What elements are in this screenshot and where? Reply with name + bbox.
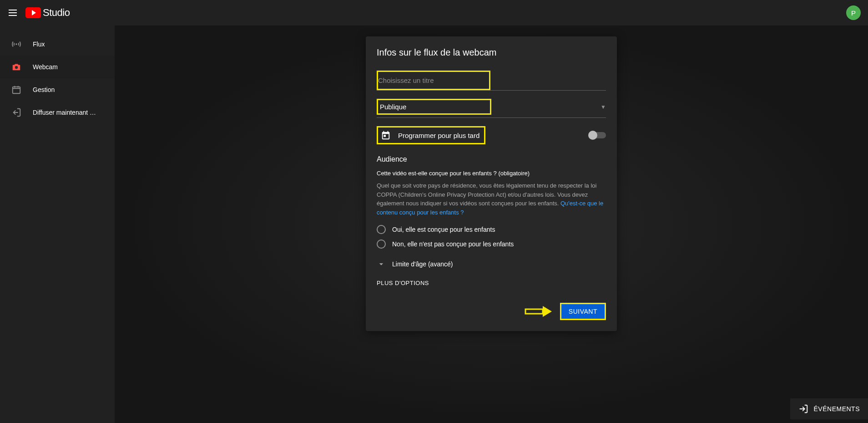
svg-point-0	[15, 43, 17, 45]
account-avatar[interactable]: P	[846, 5, 861, 20]
radio-label: Oui, elle est conçue pour les enfants	[392, 226, 495, 233]
events-icon	[798, 404, 808, 414]
audience-description: Quel que soit votre pays de résidence, v…	[377, 181, 606, 217]
svg-rect-4	[525, 309, 543, 314]
modal-title: Infos sur le flux de la webcam	[377, 47, 606, 58]
sidebar-item-label: Diffuser maintenant …	[33, 109, 96, 116]
audience-heading: Audience	[377, 155, 606, 163]
exit-icon	[11, 107, 22, 118]
arrow-annotation	[525, 305, 553, 318]
highlight-schedule: Programmer pour plus tard	[377, 126, 485, 144]
schedule-label: Programmer pour plus tard	[398, 132, 479, 139]
sidebar-item-label: Flux	[33, 41, 45, 48]
audience-question: Cette vidéo est-elle conçue pour les enf…	[377, 170, 606, 177]
visibility-value: Publique	[378, 101, 488, 112]
radio-yes-kids[interactable]: Oui, elle est conçue pour les enfants	[377, 225, 606, 234]
avatar-initial: P	[851, 9, 856, 17]
svg-rect-2	[13, 87, 20, 94]
chevron-down-icon	[377, 260, 386, 269]
header-left: Studio	[7, 7, 70, 19]
svg-point-1	[15, 66, 18, 69]
youtube-play-icon	[25, 7, 41, 18]
broadcast-icon	[11, 39, 22, 50]
sidebar-nav: Flux Webcam Gestion Diffuser maintenant …	[0, 25, 115, 423]
svg-rect-3	[384, 135, 386, 137]
modal-footer: SUIVANT	[377, 303, 606, 320]
next-button[interactable]: SUIVANT	[561, 304, 605, 319]
events-label: ÉVÉNEMENTS	[814, 405, 860, 413]
sidebar-item-label: Webcam	[33, 63, 58, 71]
sidebar-item-diffuser[interactable]: Diffuser maintenant …	[0, 101, 115, 124]
visibility-select[interactable]: Publique ▼	[377, 99, 606, 118]
sidebar-item-gestion[interactable]: Gestion	[0, 78, 115, 101]
sidebar-item-label: Gestion	[33, 86, 55, 93]
logo-text: Studio	[43, 7, 70, 19]
calendar-icon	[11, 84, 22, 95]
more-options-button[interactable]: PLUS D'OPTIONS	[377, 280, 606, 286]
age-limit-expander[interactable]: Limite d'âge (avancé)	[377, 260, 606, 269]
camera-icon	[11, 61, 22, 72]
highlight-visibility: Publique	[377, 99, 491, 115]
webcam-info-modal: Infos sur le flux de la webcam Publique …	[366, 36, 617, 331]
highlight-next-button: SUIVANT	[560, 303, 606, 320]
schedule-later-row: Programmer pour plus tard	[377, 126, 606, 144]
title-field-row	[377, 71, 606, 91]
stream-title-input[interactable]	[378, 73, 487, 88]
radio-icon	[377, 240, 386, 249]
age-limit-label: Limite d'âge (avancé)	[392, 260, 453, 268]
highlight-title-input	[377, 71, 490, 90]
sidebar-item-flux[interactable]: Flux	[0, 33, 115, 56]
sidebar-item-webcam[interactable]: Webcam	[0, 56, 115, 78]
radio-label: Non, elle n'est pas conçue pour les enfa…	[392, 240, 514, 248]
svg-marker-5	[543, 306, 552, 317]
radio-icon	[377, 225, 386, 234]
radio-no-kids[interactable]: Non, elle n'est pas conçue pour les enfa…	[377, 240, 606, 249]
events-button[interactable]: ÉVÉNEMENTS	[790, 398, 868, 419]
chevron-down-icon: ▼	[601, 104, 606, 110]
app-header: Studio P	[0, 0, 868, 25]
main-content: Infos sur le flux de la webcam Publique …	[115, 25, 868, 423]
menu-toggle-button[interactable]	[7, 7, 18, 18]
calendar-today-icon	[381, 130, 391, 140]
schedule-toggle[interactable]	[590, 132, 606, 138]
youtube-studio-logo[interactable]: Studio	[25, 7, 70, 19]
